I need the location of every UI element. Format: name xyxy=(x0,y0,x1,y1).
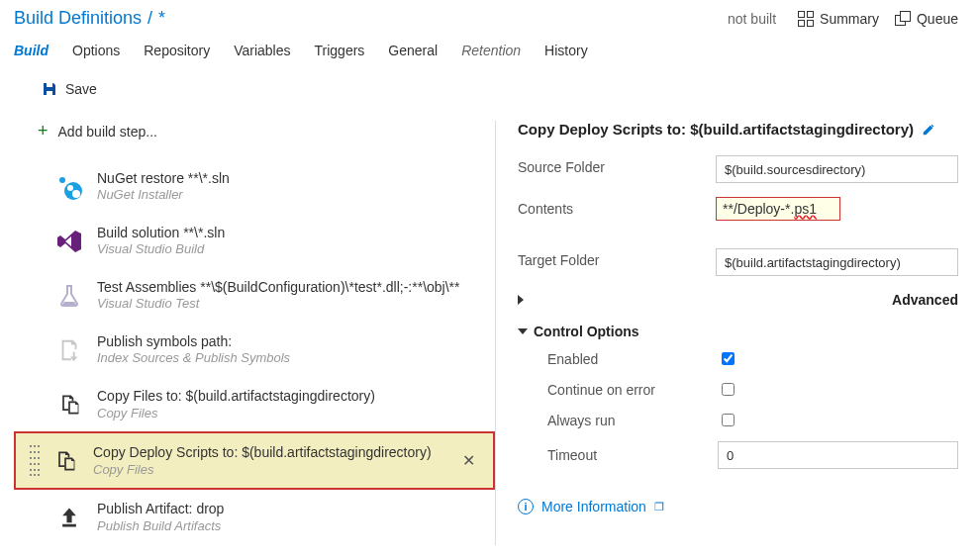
step-title: NuGet restore **\*.sln xyxy=(97,169,230,187)
svg-point-1 xyxy=(59,177,65,183)
build-step-publish-artifact[interactable]: Publish Artifact: drop Publish Build Art… xyxy=(38,490,495,544)
tab-build[interactable]: Build xyxy=(14,43,49,66)
summary-button[interactable]: Summary xyxy=(798,11,879,27)
timeout-input[interactable] xyxy=(718,441,958,469)
save-button[interactable]: Save xyxy=(65,81,97,97)
target-folder-input[interactable] xyxy=(716,248,958,276)
remove-step-button[interactable]: ✕ xyxy=(452,447,485,474)
more-information-label: More Information xyxy=(541,499,646,514)
step-title: Test Assemblies **\$(BuildConfiguration)… xyxy=(97,278,460,296)
panel-title: Copy Deploy Scripts to: $(build.artifact… xyxy=(518,121,958,138)
panel-title-text: Copy Deploy Scripts to: $(build.artifact… xyxy=(518,121,914,138)
tab-triggers[interactable]: Triggers xyxy=(315,43,365,66)
control-options-toggle[interactable]: Control Options xyxy=(518,324,958,339)
svg-rect-0 xyxy=(49,84,51,86)
source-folder-input[interactable] xyxy=(716,155,958,183)
breadcrumb-separator: / xyxy=(147,8,152,29)
step-subtitle: NuGet Installer xyxy=(97,187,230,204)
build-step-vsbuild[interactable]: Build solution **\*.sln Visual Studio Bu… xyxy=(38,214,495,268)
chevron-right-icon xyxy=(518,295,886,305)
tab-options[interactable]: Options xyxy=(72,43,120,66)
step-subtitle: Visual Studio Test xyxy=(97,296,460,313)
queue-button[interactable]: Queue xyxy=(895,11,958,27)
nuget-icon xyxy=(55,173,83,201)
source-folder-label: Source Folder xyxy=(518,155,716,183)
contents-text-suffix: ps1 xyxy=(794,201,817,217)
step-subtitle: Visual Studio Build xyxy=(97,241,225,258)
upload-icon xyxy=(55,504,83,531)
queue-label: Queue xyxy=(917,11,958,27)
external-link-icon: ❐ xyxy=(654,501,664,513)
contents-input[interactable]: **/Deploy-*.ps1 xyxy=(716,197,840,221)
add-build-step-button[interactable]: + Add build step... xyxy=(14,121,495,159)
advanced-label: Advanced xyxy=(892,292,958,308)
step-title: Copy Deploy Scripts to: $(build.artifact… xyxy=(93,443,432,461)
copy-icon xyxy=(51,447,79,475)
tab-repository[interactable]: Repository xyxy=(144,43,210,66)
add-build-step-label: Add build step... xyxy=(58,124,157,140)
step-subtitle: Index Sources & Publish Symbols xyxy=(97,350,290,367)
step-title: Build solution **\*.sln xyxy=(97,224,225,241)
always-run-checkbox[interactable] xyxy=(722,414,735,426)
flask-icon xyxy=(55,282,83,310)
enabled-checkbox[interactable] xyxy=(722,352,735,365)
svg-point-3 xyxy=(67,185,73,191)
tab-retention[interactable]: Retention xyxy=(461,43,521,66)
build-step-nuget[interactable]: NuGet restore **\*.sln NuGet Installer xyxy=(38,159,495,214)
summary-label: Summary xyxy=(820,11,879,27)
queue-icon xyxy=(895,11,911,27)
visual-studio-icon xyxy=(55,228,83,255)
step-title: Publish Artifact: drop xyxy=(97,500,224,517)
tab-history[interactable]: History xyxy=(544,43,588,66)
build-step-copyfiles-1[interactable]: Copy Files to: $(build.artifactstagingdi… xyxy=(38,377,495,431)
tab-variables[interactable]: Variables xyxy=(234,43,290,66)
save-icon xyxy=(42,81,57,97)
step-title: Copy Files to: $(build.artifactstagingdi… xyxy=(97,387,375,405)
build-step-vstest[interactable]: Test Assemblies **\$(BuildConfiguration)… xyxy=(38,268,495,323)
build-step-copy-deploy-scripts[interactable]: Copy Deploy Scripts to: $(build.artifact… xyxy=(14,431,495,490)
svg-rect-2 xyxy=(64,182,82,200)
copy-icon xyxy=(55,391,83,419)
tab-bar: Build Options Repository Variables Trigg… xyxy=(0,29,980,67)
more-information-link[interactable]: i More Information ❐ xyxy=(518,499,958,514)
control-options-label: Control Options xyxy=(534,324,639,339)
plus-icon: + xyxy=(38,121,49,141)
contents-text-prefix: **/Deploy-*. xyxy=(723,201,794,217)
breadcrumb-current: * xyxy=(158,8,165,29)
contents-label: Contents xyxy=(518,197,716,217)
step-subtitle: Copy Files xyxy=(97,406,375,422)
advanced-toggle[interactable]: Advanced xyxy=(518,292,958,308)
document-arrow-icon xyxy=(55,336,83,364)
timeout-label: Timeout xyxy=(547,447,718,463)
always-run-label: Always run xyxy=(547,413,718,428)
pencil-icon[interactable] xyxy=(922,123,935,137)
target-folder-label: Target Folder xyxy=(518,248,716,276)
build-step-symbols[interactable]: Publish symbols path: Index Sources & Pu… xyxy=(38,323,495,377)
drag-grip-icon[interactable] xyxy=(30,445,40,476)
step-subtitle: Copy Files xyxy=(93,462,432,479)
svg-point-4 xyxy=(72,190,80,198)
tab-general[interactable]: General xyxy=(388,43,438,66)
enabled-label: Enabled xyxy=(547,351,718,367)
continue-on-error-checkbox[interactable] xyxy=(722,383,735,396)
build-status: not built xyxy=(728,11,776,27)
info-icon: i xyxy=(518,499,534,514)
step-subtitle: Publish Build Artifacts xyxy=(97,518,224,535)
step-title: Publish symbols path: xyxy=(97,332,290,350)
breadcrumb[interactable]: Build Definitions / * xyxy=(14,8,165,29)
breadcrumb-root[interactable]: Build Definitions xyxy=(14,8,142,29)
continue-on-error-label: Continue on error xyxy=(547,382,718,398)
chevron-down-icon xyxy=(518,328,528,334)
summary-icon xyxy=(798,11,814,27)
